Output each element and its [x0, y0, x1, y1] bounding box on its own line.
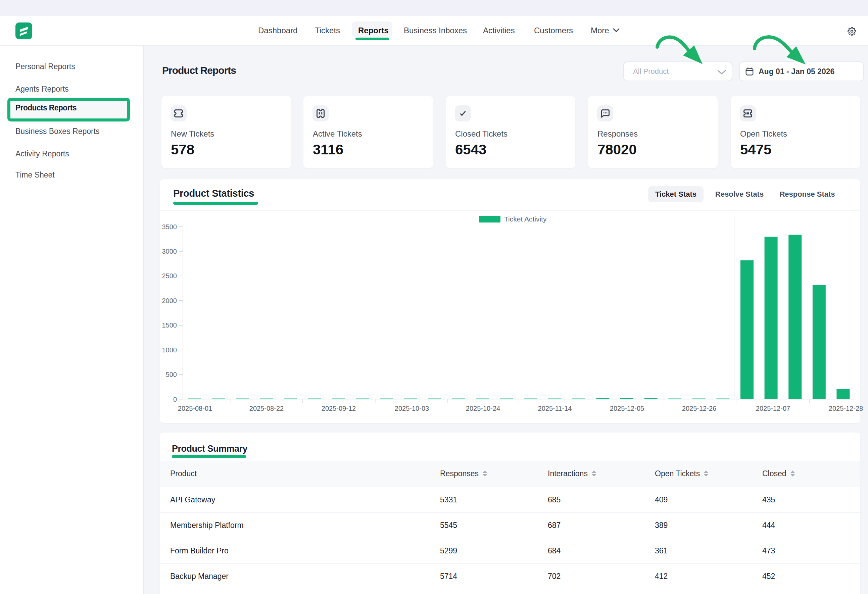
svg-text:2025-09-12: 2025-09-12 [322, 405, 356, 412]
svg-text:2025-08-22: 2025-08-22 [249, 405, 283, 412]
svg-text:2025-12-05: 2025-12-05 [610, 405, 644, 412]
svg-text:2025-12-28: 2025-12-28 [829, 405, 863, 412]
svg-text:Ticket Activity: Ticket Activity [504, 215, 547, 223]
svg-text:2025-12-07: 2025-12-07 [756, 405, 790, 412]
svg-text:2000: 2000 [162, 297, 177, 304]
svg-text:500: 500 [166, 371, 177, 378]
svg-text:3500: 3500 [162, 223, 177, 231]
svg-text:2500: 2500 [162, 272, 177, 280]
svg-text:3000: 3000 [162, 248, 177, 255]
svg-text:0: 0 [173, 396, 177, 403]
svg-text:1500: 1500 [162, 321, 177, 329]
svg-text:2025-12-26: 2025-12-26 [682, 405, 716, 412]
svg-text:2025-10-03: 2025-10-03 [395, 405, 429, 412]
svg-text:2025-08-01: 2025-08-01 [178, 405, 212, 412]
svg-text:1000: 1000 [162, 346, 177, 354]
svg-text:2025-10-24: 2025-10-24 [466, 405, 500, 412]
svg-text:2025-11-14: 2025-11-14 [538, 405, 572, 412]
